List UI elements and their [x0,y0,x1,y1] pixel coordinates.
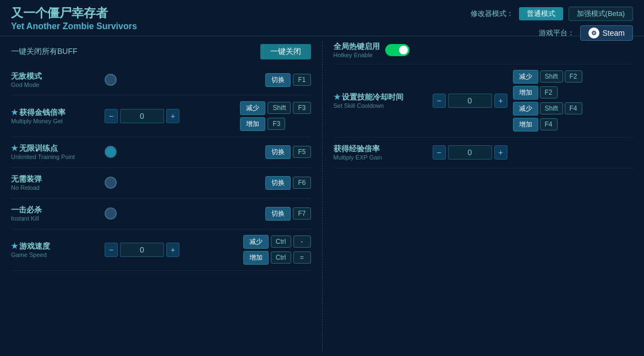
gamespeed-decrease-hotkey: 减少 Ctrl - [243,235,311,249]
gamespeed-number-group: − + [105,243,179,257]
god-mode-toggle[interactable] [105,74,117,86]
right-panel: 全局热键启用 Hotkey Enable ★设置技能冷却时间 Set Skill… [323,42,634,350]
skill-cooldown-number-group: − + [433,94,507,108]
skill-cooldown-decrease-btn[interactable]: − [433,94,446,108]
steam-icon: ⚙ [588,28,599,39]
skill-cooldown-dec-label-1[interactable]: 减少 [513,70,538,84]
money-input[interactable] [120,109,164,123]
skill-cooldown-cn: ★设置技能冷却时间 [334,92,427,102]
money-increase-hotkey: 增加 F3 [240,117,310,131]
money-shift-key[interactable]: Shift [268,102,291,114]
skill-cooldown-f4-1[interactable]: F4 [565,102,582,114]
training-switch-btn[interactable]: 切换 [265,145,291,159]
feature-info-money: ★获得金钱倍率 Multiply Money Get [11,108,105,124]
money-decrease-label[interactable]: 减少 [240,101,265,115]
feature-row-money: ★获得金钱倍率 Multiply Money Get − + 减少 Shift [11,96,311,137]
skill-cooldown-hotkey-row-3: 减少 Shift F4 [513,102,582,116]
platform-row: 游戏平台： ⚙ Steam [539,25,633,41]
platform-label: 游戏平台： [539,28,575,38]
skill-cooldown-dec-label-2[interactable]: 减少 [513,102,538,116]
gamespeed-decrease-btn[interactable]: − [105,243,118,257]
hotkey-enable-info: 全局热键启用 Hotkey Enable [334,42,380,58]
money-hotkeys: 减少 Shift F3 增加 F3 [240,101,310,131]
noreload-hotkey: 切换 F6 [265,176,310,190]
exp-increase-btn[interactable]: + [494,145,507,160]
god-mode-switch-btn[interactable]: 切换 [265,73,291,87]
gamespeed-increase-label[interactable]: 增加 [243,251,269,265]
skill-cooldown-shift-1[interactable]: Shift [540,70,563,83]
training-hotkey: 切换 F5 [265,145,310,159]
mode-beta-button[interactable]: 加强模式(Beta) [569,7,633,21]
mode-label: 修改器模式： [471,9,514,19]
gamespeed-minus-key[interactable]: - [293,235,311,248]
noreload-switch-btn[interactable]: 切换 [265,176,291,190]
skill-cooldown-input[interactable] [448,94,492,108]
feature-row-exp: 获得经验倍率 Multiply EXP Gain − + [334,138,634,168]
exp-input[interactable] [448,145,492,160]
feature-row-noreload: 无需装弹 No Reload 切换 F6 [11,168,311,199]
feature-row-god-mode: 无敌模式 God Mode 切换 F1 [11,65,311,96]
instantkill-hotkey: 切换 F7 [265,207,310,221]
app-container: 又一个僵尸幸存者 Yet Another Zombie Survivors 修改… [0,0,644,356]
exp-decrease-btn[interactable]: − [433,145,446,160]
feature-row-skill-cooldown: ★设置技能冷却时间 Set Skill Cooldown − + 减少 Shif… [334,64,634,138]
instantkill-control [105,207,265,220]
money-f3-key[interactable]: F3 [293,102,310,114]
gamespeed-star-icon: ★ [11,242,18,250]
training-en: Unlimited Training Point [11,154,105,160]
training-control [105,146,265,158]
gamespeed-ctrl-key[interactable]: Ctrl [271,235,291,248]
money-increase-label[interactable]: 增加 [240,117,265,131]
header-right: 修改器模式： 普通模式 加强模式(Beta) 游戏平台： ⚙ Steam [471,7,633,41]
gamespeed-increase-hotkey: 增加 Ctrl = [243,251,311,265]
training-toggle[interactable] [105,146,117,158]
skill-cooldown-inc-label-1[interactable]: 增加 [513,86,538,100]
skill-cooldown-hotkey-row-4: 增加 F4 [513,118,582,132]
god-mode-en: God Mode [11,81,105,88]
one-key-button[interactable]: 一键关闭 [260,44,311,59]
hotkey-enable-toggle[interactable] [385,44,410,56]
training-f5-key[interactable]: F5 [293,146,310,158]
gamespeed-decrease-label[interactable]: 减少 [243,235,269,249]
money-f3-inc-key[interactable]: F3 [268,118,285,130]
skill-cooldown-far-hotkeys: 减少 Shift F2 增加 F2 减少 Shift F4 增加 [513,70,582,132]
instantkill-toggle[interactable] [105,207,117,220]
noreload-f6-key[interactable]: F6 [293,177,310,189]
feature-info-skill-cooldown: ★设置技能冷却时间 Set Skill Cooldown [334,92,427,109]
money-decrease-btn[interactable]: − [105,109,118,123]
exp-en: Multiply EXP Gain [334,154,427,161]
money-en: Multiply Money Get [11,118,105,124]
money-cn: ★获得金钱倍率 [11,108,105,118]
exp-number-group: − + [433,145,507,160]
skill-cooldown-f4-2[interactable]: F4 [540,118,558,130]
feature-info-training: ★无限训练点 Unlimited Training Point [11,144,105,160]
skill-cooldown-f2-2[interactable]: F2 [540,86,558,98]
skill-cooldown-en: Set Skill Cooldown [334,102,427,109]
mode-normal-button[interactable]: 普通模式 [519,7,563,20]
money-increase-btn[interactable]: + [166,109,179,123]
feature-info-gamespeed: ★游戏速度 Game Speed [11,242,105,258]
god-mode-cn: 无敌模式 [11,72,105,81]
gamespeed-ctrl-inc-key[interactable]: Ctrl [271,251,291,264]
instantkill-f7-key[interactable]: F7 [293,207,310,220]
feature-row-instantkill: 一击必杀 Instant Kill 切换 F7 [11,199,311,229]
gamespeed-increase-btn[interactable]: + [166,243,179,257]
steam-button[interactable]: ⚙ Steam [580,25,633,41]
instantkill-switch-btn[interactable]: 切换 [265,207,291,221]
noreload-toggle[interactable] [105,177,117,189]
gamespeed-en: Game Speed [11,251,105,258]
skill-cooldown-f2-1[interactable]: F2 [565,70,582,83]
instantkill-cn: 一击必杀 [11,205,105,215]
one-key-label: 一键关闭所有BUFF [11,47,78,57]
god-mode-hotkey: 切换 F1 [265,73,310,87]
gamespeed-equals-key[interactable]: = [293,251,311,264]
god-mode-key-f1[interactable]: F1 [293,74,310,86]
noreload-control [105,177,265,189]
hotkey-enable-row: 全局热键启用 Hotkey Enable [334,42,634,64]
main-content: 一键关闭所有BUFF 一键关闭 无敌模式 God Mode 切换 F1 [0,36,644,356]
skill-cooldown-inc-label-2[interactable]: 增加 [513,118,538,132]
gamespeed-input[interactable] [120,243,164,257]
skill-cooldown-hotkey-row-2: 增加 F2 [513,86,582,100]
skill-cooldown-increase-btn[interactable]: + [494,94,507,108]
skill-cooldown-shift-2[interactable]: Shift [540,102,563,114]
